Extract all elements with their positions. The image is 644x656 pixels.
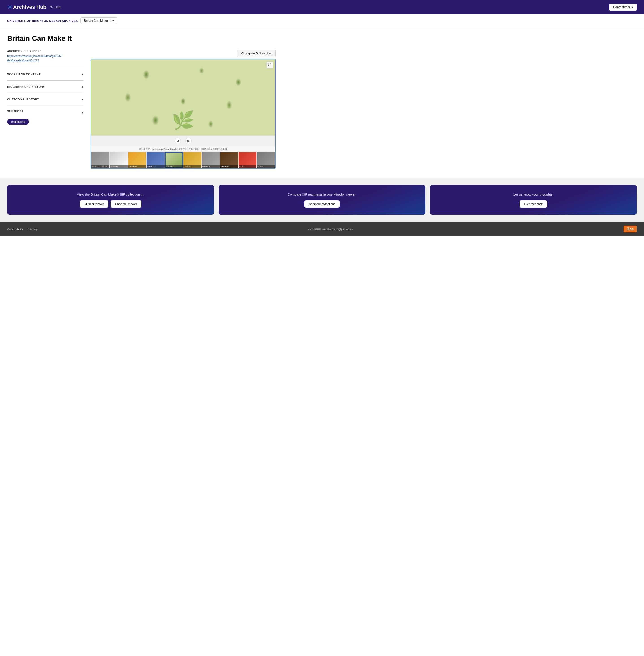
accordion-biographical-title: BIOGRAPHICAL HISTORY: [7, 85, 45, 89]
privacy-link[interactable]: Privacy: [28, 228, 37, 231]
chevron-down-icon: ▾: [82, 85, 84, 89]
footer-contact: CONTACT: archiveshub@jisc.ac.uk: [307, 228, 353, 231]
mirador-viewer-button[interactable]: Mirador Viewer: [80, 200, 108, 208]
prev-image-button[interactable]: ◀: [175, 138, 181, 144]
next-icon: ▶: [187, 139, 190, 143]
prev-icon: ◀: [177, 139, 179, 143]
footer-links: Accessibility Privacy: [7, 228, 37, 231]
sidebar: ARCHIVES HUB RECORD https://archiveshub.…: [7, 50, 84, 125]
breadcrumb-collection-label: Britain Can Make It: [84, 19, 111, 22]
thumbnail-label: cantaloup...: [110, 165, 128, 168]
accordion-scope-content[interactable]: SCOPE AND CONTENT ▾: [7, 68, 84, 80]
logo-star-icon: ✳: [7, 4, 12, 11]
contributors-button[interactable]: Contributors ▾: [609, 4, 637, 11]
thumbnail-item[interactable]: loupe/brighton/dca...: [91, 152, 109, 168]
compare-collections-button[interactable]: Compare collections: [304, 200, 340, 208]
labs-label: LABS: [54, 6, 61, 9]
thumbnail-label: cantaloup...: [220, 165, 238, 168]
main-content: Britain Can Make It ARCHIVES HUB RECORD …: [0, 27, 247, 169]
viewer-panel: Change to Gallery view 🌿 ⛶ ◀ ▶: [91, 50, 276, 169]
accordion-biographical-header[interactable]: BIOGRAPHICAL HISTORY ▾: [7, 85, 84, 89]
card-compare-title: Compare IIIF manifests in one Mirador vi…: [288, 192, 356, 197]
jisc-badge: Jisc: [624, 226, 637, 232]
card-compare-buttons: Compare collections: [304, 200, 340, 208]
card-iiif-buttons: Mirador Viewer Universal Viewer: [80, 200, 141, 208]
archive-record-section: ARCHIVES HUB RECORD https://archiveshub.…: [7, 50, 84, 63]
archive-record-link[interactable]: https://archiveshub.jisc.ac.uk/data/gb18…: [7, 54, 84, 63]
card-feedback-buttons: Give feedback: [520, 200, 547, 208]
viewer-nav: ◀ ▶: [91, 136, 275, 146]
logo[interactable]: ✳ Archives Hub: [7, 4, 46, 11]
thumbnail-label: cantalou...: [165, 165, 183, 168]
contributors-label: Contributors: [613, 5, 630, 9]
thumbnail-label: cantalou...: [183, 165, 201, 168]
breadcrumb-org[interactable]: UNIVERSITY OF BRIGHTON DESIGN ARCHIVES: [7, 19, 78, 22]
accordion-custodial-header[interactable]: CUSTODIAL HISTORY ▾: [7, 97, 84, 101]
chevron-down-icon: ▾: [82, 97, 84, 101]
breadcrumb-collection-dropdown[interactable]: Britain Can Make It ▾: [80, 18, 117, 24]
thumbnail-item[interactable]: cantaloup...: [220, 152, 238, 168]
accordion-custodial-title: CUSTODIAL HISTORY: [7, 98, 39, 101]
chevron-down-icon: ▾: [112, 19, 114, 22]
subjects-header[interactable]: SUBJECTS ▴: [7, 110, 84, 116]
thumbnail-item-active[interactable]: cantalou...: [165, 152, 183, 168]
viewer-main-image: 🌿: [91, 60, 275, 136]
change-to-gallery-view-button[interactable]: Change to Gallery view: [237, 50, 276, 57]
contact-email: archiveshub@jisc.ac.uk: [322, 228, 353, 231]
accessibility-link[interactable]: Accessibility: [7, 228, 23, 231]
fullscreen-icon: ⛶: [268, 63, 271, 67]
thumbnail-label: cantalo...: [238, 165, 256, 168]
card-iiif-viewers: View the Britain Can Make It IIIF collec…: [7, 185, 214, 215]
labs-badge: ⚗ LABS: [50, 5, 61, 9]
contact-label: CONTACT:: [307, 228, 321, 231]
universal-viewer-button[interactable]: Universal Viewer: [111, 200, 141, 208]
thumbnail-item[interactable]: cantaloup...: [128, 152, 146, 168]
breadcrumb: UNIVERSITY OF BRIGHTON DESIGN ARCHIVES B…: [0, 14, 644, 27]
thumbnail-item[interactable]: cantalo...: [257, 152, 275, 168]
cards-section: View the Britain Can Make It IIIF collec…: [0, 178, 644, 222]
next-image-button[interactable]: ▶: [185, 138, 192, 144]
thumbnail-label: cantaloup...: [128, 165, 146, 168]
header: ✳ Archives Hub ⚗ LABS Contributors ▾: [0, 0, 644, 14]
chevron-down-icon: ▾: [82, 72, 84, 76]
card-iiif-title: View the Britain Can Make It IIIF collec…: [77, 192, 144, 197]
thumbnail-item[interactable]: cantaloup...: [110, 152, 128, 168]
accordion-scope-header[interactable]: SCOPE AND CONTENT ▾: [7, 72, 84, 76]
plant-decoration: 🌿: [172, 110, 194, 131]
fullscreen-button[interactable]: ⛶: [266, 62, 273, 68]
header-left: ✳ Archives Hub ⚗ LABS: [7, 4, 61, 11]
card-compare: Compare IIIF manifests in one Mirador vi…: [218, 185, 426, 215]
subject-tag-exhibitions[interactable]: exhibitions: [7, 119, 29, 125]
subjects-label: SUBJECTS: [7, 110, 23, 113]
thumbnail-label: cantaloup...: [202, 165, 220, 168]
thumbnail-item[interactable]: cantalou...: [183, 152, 201, 168]
footer: Accessibility Privacy CONTACT: archivesh…: [0, 222, 644, 236]
card-feedback: Let us know your thoughts! Give feedback: [430, 185, 637, 215]
accordion-scope-title: SCOPE AND CONTENT: [7, 73, 41, 76]
card-feedback-title: Let us know your thoughts!: [513, 192, 553, 197]
flask-icon: ⚗: [50, 5, 53, 9]
viewer-frame: 🌿 ⛶ ◀ ▶ 82 of 732 • cantaloupe/brighton/…: [91, 59, 276, 169]
archive-record-label: ARCHIVES HUB RECORD: [7, 50, 84, 52]
viewer-toolbar: Change to Gallery view: [91, 50, 276, 57]
accordion-biographical-history[interactable]: BIOGRAPHICAL HISTORY ▾: [7, 80, 84, 93]
thumbnail-item[interactable]: cantaloup...: [202, 152, 220, 168]
chevron-down-icon: ▾: [631, 5, 633, 9]
subjects-section: SUBJECTS ▴ exhibitions: [7, 106, 84, 125]
accordion-custodial-history[interactable]: CUSTODIAL HISTORY ▾: [7, 93, 84, 106]
page-title: Britain Can Make It: [7, 34, 239, 43]
chevron-up-icon: ▴: [82, 111, 84, 115]
thumbnail-item[interactable]: cantaloup...: [146, 152, 164, 168]
thumbnail-label: cantaloup...: [146, 165, 164, 168]
logo-text: Archives Hub: [13, 4, 46, 10]
content-layout: ARCHIVES HUB RECORD https://archiveshub.…: [7, 50, 239, 169]
thumbnail-label: loupe/brighton/dca...: [91, 165, 109, 168]
thumbnail-item[interactable]: cantalo...: [238, 152, 256, 168]
thumbnail-label: cantalo...: [257, 165, 275, 168]
give-feedback-button[interactable]: Give feedback: [520, 200, 547, 208]
thumbnail-strip: loupe/brighton/dca... cantaloup... canta…: [91, 152, 275, 168]
viewer-caption: 82 of 732 • cantaloupe/brighton/dca-30-7…: [91, 146, 275, 152]
